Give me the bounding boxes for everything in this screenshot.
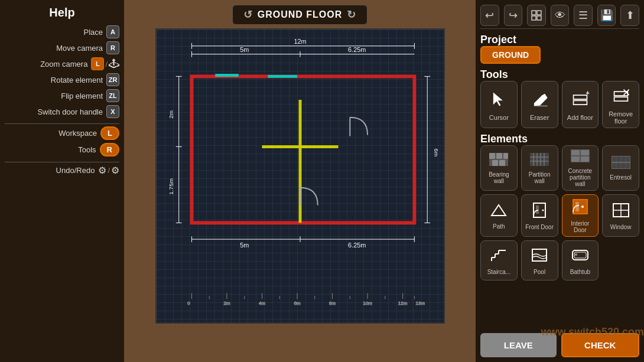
path-label: Path	[493, 223, 505, 230]
cursor-tool[interactable]: Cursor	[480, 81, 518, 128]
svg-rect-58	[537, 11, 541, 15]
eraser-label: Eraser	[530, 114, 549, 121]
floor-left-arrow[interactable]: ↺	[243, 8, 253, 21]
check-button[interactable]: CHECK	[561, 333, 640, 357]
switch-door-row: Switch door handle X	[5, 105, 119, 118]
upload-button[interactable]: ⬆	[620, 5, 639, 26]
entresol-icon	[612, 156, 630, 172]
redo-icon: ⚙	[111, 165, 119, 176]
leave-button[interactable]: LEAVE	[480, 333, 557, 357]
zoom-key-l: L	[91, 57, 104, 70]
project-label: Project	[480, 34, 639, 46]
save-button[interactable]: 💾	[597, 5, 616, 26]
bathtub-item[interactable]: Bathtub	[562, 240, 599, 281]
concrete-partition-item[interactable]: Concrete partition wall	[562, 145, 599, 191]
undo-icon: ⚙	[98, 165, 106, 176]
remove-floor-tool[interactable]: Remove floor	[602, 81, 639, 128]
undo-redo-row: Undo/Redo ⚙ / ⚙	[5, 165, 119, 176]
help-title: Help	[5, 6, 119, 19]
svg-marker-94	[492, 205, 506, 216]
divider-2	[5, 162, 119, 162]
floor-header: ↺ GROUND FLOOR ↻	[232, 5, 368, 25]
blueprint[interactable]: 12m 5m 6.25m 2m 1.75m 6m	[155, 28, 445, 324]
svg-rect-100	[575, 202, 579, 211]
svg-text:12m: 12m	[294, 38, 306, 45]
svg-rect-77	[530, 153, 549, 166]
svg-rect-97	[536, 206, 539, 214]
zoom-joystick-icon: 🕹	[109, 58, 119, 70]
zoom-camera-label: Zoom camera	[5, 60, 91, 69]
move-camera-row: Move camera R	[5, 41, 119, 54]
svg-rect-75	[492, 160, 498, 166]
svg-point-101	[581, 206, 584, 208]
undo-button[interactable]: ↩	[480, 5, 499, 26]
elements-label: Elements	[480, 133, 639, 145]
svg-rect-73	[496, 153, 502, 159]
move-camera-key: R	[106, 41, 119, 54]
svg-point-98	[542, 209, 544, 211]
floor-title: GROUND FLOOR	[258, 9, 343, 20]
svg-rect-86	[581, 150, 589, 155]
eraser-tool[interactable]: Eraser	[521, 81, 558, 128]
svg-text:8m: 8m	[329, 301, 336, 306]
interior-door-icon	[571, 198, 590, 218]
flip-element-row: Flip element ZL	[5, 89, 119, 102]
svg-rect-65	[573, 95, 587, 99]
front-door-icon	[530, 202, 549, 222]
floor-right-arrow[interactable]: ↻	[347, 8, 356, 21]
place-key: A	[106, 25, 119, 38]
svg-point-114	[575, 253, 577, 256]
svg-text:12m: 12m	[398, 301, 407, 306]
svg-text:5m: 5m	[240, 46, 249, 53]
add-floor-label: Add floor	[567, 114, 593, 121]
svg-text:6.25m: 6.25m	[348, 242, 366, 249]
staircase-label: Stairca...	[487, 269, 510, 275]
window-item[interactable]: Window	[602, 194, 639, 237]
svg-text:2m: 2m	[167, 110, 174, 119]
add-floor-icon: +	[571, 90, 590, 112]
svg-rect-64	[573, 100, 587, 105]
switch-door-key: X	[106, 105, 119, 118]
svg-text:6m: 6m	[294, 301, 300, 306]
path-item[interactable]: Path	[480, 194, 518, 237]
window-label: Window	[610, 224, 632, 230]
bearing-wall-item[interactable]: Bearing wall	[480, 145, 518, 191]
interior-door-item[interactable]: Interior Door	[562, 194, 599, 237]
entresol-item[interactable]: Entresol	[602, 145, 639, 191]
staircase-item[interactable]: Stairca...	[480, 240, 518, 281]
flip-element-label: Flip element	[5, 92, 106, 100]
add-floor-tool[interactable]: + Add floor	[562, 81, 599, 128]
interior-door-label: Interior Door	[565, 220, 596, 233]
svg-rect-85	[571, 150, 580, 155]
rotate-key: ZR	[106, 73, 119, 86]
view-button[interactable]: 👁	[551, 5, 570, 26]
svg-text:+: +	[586, 90, 590, 96]
tools-section: Tools Cursor Eraser	[480, 67, 639, 128]
ground-button[interactable]: GROUND	[480, 46, 541, 64]
pool-item[interactable]: Pool	[521, 240, 558, 281]
project-section: Project GROUND	[480, 32, 639, 64]
svg-rect-28	[191, 76, 414, 223]
layers-button[interactable]	[527, 5, 546, 26]
svg-text:6.25m: 6.25m	[348, 46, 366, 53]
left-panel: Help Place A Move camera R Zoom camera L…	[0, 0, 124, 362]
svg-rect-74	[503, 153, 508, 159]
svg-text:13m: 13m	[415, 301, 425, 306]
svg-text:4m: 4m	[259, 301, 265, 306]
partition-wall-item[interactable]: Partition wall	[521, 145, 558, 191]
toolbar: ↩ ↪ 👁 ☰ 💾 ⬆	[480, 5, 639, 29]
bathtub-icon	[571, 247, 590, 267]
front-door-item[interactable]: Front Door	[521, 194, 558, 237]
bottom-bar: LEAVE CHECK	[480, 331, 639, 357]
elements-section: Elements Bearing wall Partition wall	[480, 132, 639, 281]
redo-button[interactable]: ↪	[504, 5, 523, 26]
partition-wall-icon	[530, 153, 549, 169]
svg-text:2m: 2m	[223, 301, 230, 306]
rotate-element-row: Rotate element ZR	[5, 73, 119, 86]
cursor-label: Cursor	[489, 114, 509, 121]
list-button[interactable]: ☰	[574, 5, 593, 26]
partition-wall-label: Partition wall	[524, 171, 555, 184]
bearing-wall-label: Bearing wall	[483, 171, 515, 184]
svg-rect-112	[573, 250, 588, 260]
svg-marker-62	[534, 94, 548, 106]
